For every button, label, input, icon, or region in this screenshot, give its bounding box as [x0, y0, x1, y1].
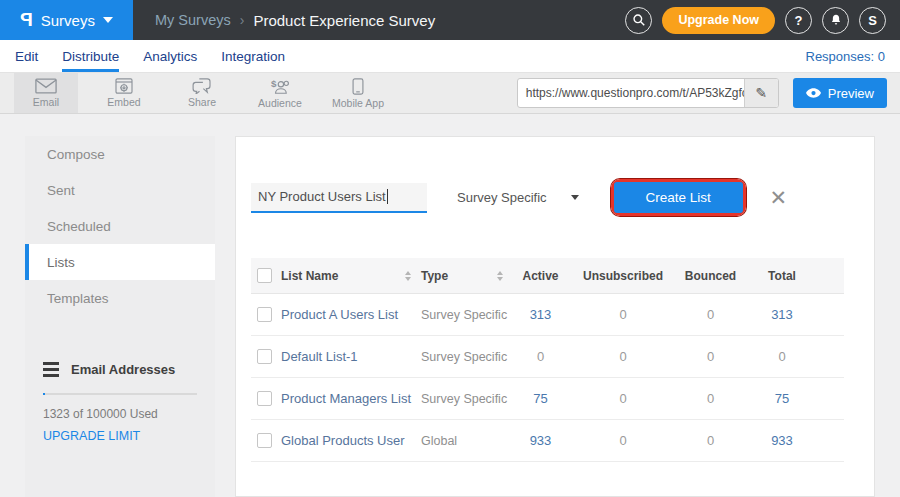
- sidebar-item-lists[interactable]: Lists: [25, 244, 215, 280]
- distribute-toolbar: Email Embed Share $ Audience Mobile App …: [0, 73, 900, 114]
- row-checkbox[interactable]: [257, 307, 272, 322]
- email-addresses-title: Email Addresses: [71, 362, 175, 377]
- tab-integration[interactable]: Integration: [221, 40, 285, 72]
- tab-analytics[interactable]: Analytics: [143, 40, 197, 72]
- audience-icon: $: [269, 78, 291, 95]
- page-title: Product Experience Survey: [253, 12, 435, 29]
- search-button[interactable]: [625, 7, 652, 34]
- tab-distribute[interactable]: Distribute: [62, 40, 119, 72]
- account-avatar[interactable]: S: [859, 7, 886, 34]
- chevron-down-icon: [571, 195, 579, 200]
- edit-url-button[interactable]: ✎: [744, 79, 778, 107]
- list-type-value: Survey Specific: [457, 190, 547, 205]
- list-name-link[interactable]: Product Managers List: [281, 391, 421, 406]
- top-header-bar: P Surveys My Surveys › Product Experienc…: [0, 0, 900, 40]
- create-list-form: NY Product Users List Survey Specific Cr…: [251, 179, 874, 216]
- unsubscribed-count: 0: [568, 391, 678, 406]
- list-type: Survey Specific: [421, 392, 513, 406]
- survey-url-input[interactable]: https://www.questionpro.com/t/AP53kZgfo: [518, 86, 744, 100]
- breadcrumb-separator: ›: [240, 12, 245, 28]
- total-count[interactable]: 933: [743, 433, 821, 448]
- column-total: Total: [743, 269, 821, 283]
- preview-button[interactable]: Preview: [793, 78, 887, 108]
- sidebar-item-compose[interactable]: Compose: [25, 136, 215, 172]
- active-count[interactable]: 75: [513, 391, 568, 406]
- row-checkbox[interactable]: [257, 349, 272, 364]
- row-checkbox[interactable]: [257, 433, 272, 448]
- red-highlight-annotation: Create List: [611, 179, 746, 216]
- channel-mobile-app[interactable]: Mobile App: [326, 73, 390, 113]
- chevron-down-icon: [103, 17, 113, 23]
- sort-icon[interactable]: [405, 271, 411, 281]
- unsubscribed-count: 0: [568, 433, 678, 448]
- list-type: Survey Specific: [421, 308, 513, 322]
- preview-label: Preview: [828, 86, 874, 101]
- bounced-count: 0: [678, 349, 743, 364]
- column-bounced: Bounced: [678, 269, 743, 283]
- list-name-link[interactable]: Default List-1: [281, 349, 421, 364]
- bounced-count: 0: [678, 433, 743, 448]
- upgrade-now-button[interactable]: Upgrade Now: [662, 7, 775, 34]
- list-name-link[interactable]: Global Products User: [281, 433, 421, 448]
- survey-nav-tabs: Edit Distribute Analytics Integration Re…: [0, 40, 900, 73]
- sidebar-item-sent[interactable]: Sent: [25, 172, 215, 208]
- email-icon: [35, 78, 57, 94]
- tab-edit[interactable]: Edit: [15, 40, 38, 72]
- table-row: Default List-1 Survey Specific 0 0 0 0: [251, 336, 844, 378]
- lists-table: List Name Type Active Unsubscribed Bounc…: [251, 258, 844, 462]
- header-actions: Upgrade Now ? S: [625, 7, 900, 34]
- sidebar-item-scheduled[interactable]: Scheduled: [25, 208, 215, 244]
- product-menu-label: Surveys: [41, 12, 95, 29]
- create-list-button[interactable]: Create List: [614, 182, 743, 213]
- notifications-button[interactable]: [822, 7, 849, 34]
- help-button[interactable]: ?: [785, 7, 812, 34]
- responses-count[interactable]: Responses: 0: [806, 40, 886, 72]
- channel-share[interactable]: Share: [170, 73, 234, 113]
- list-name-input[interactable]: NY Product Users List: [251, 183, 427, 213]
- active-count: 0: [513, 349, 568, 364]
- table-header-row: List Name Type Active Unsubscribed Bounc…: [251, 258, 844, 294]
- surveys-product-menu[interactable]: P Surveys: [0, 0, 133, 40]
- channel-email[interactable]: Email: [14, 73, 78, 113]
- row-checkbox[interactable]: [257, 391, 272, 406]
- bounced-count: 0: [678, 307, 743, 322]
- column-active: Active: [513, 269, 568, 283]
- email-addresses-panel: Email Addresses 1323 of 100000 Used UPGR…: [25, 362, 215, 444]
- sidebar-item-templates[interactable]: Templates: [25, 280, 215, 316]
- active-count[interactable]: 313: [513, 307, 568, 322]
- bounced-count: 0: [678, 391, 743, 406]
- channel-label: Embed: [107, 96, 140, 108]
- channel-label: Audience: [258, 97, 302, 109]
- email-sidebar: Compose Sent Scheduled Lists Templates E…: [25, 136, 215, 497]
- channel-label: Email: [33, 96, 59, 108]
- email-addresses-header: Email Addresses: [43, 362, 197, 377]
- close-icon[interactable]: ✕: [770, 187, 788, 208]
- list-icon: [43, 362, 59, 377]
- list-type-select[interactable]: Survey Specific: [457, 190, 579, 205]
- select-all-checkbox[interactable]: [257, 268, 272, 283]
- text-cursor: [387, 189, 388, 204]
- list-name-link[interactable]: Product A Users List: [281, 307, 421, 322]
- column-unsubscribed: Unsubscribed: [568, 269, 678, 283]
- column-type: Type: [421, 269, 448, 283]
- total-count[interactable]: 313: [743, 307, 821, 322]
- breadcrumb: My Surveys › Product Experience Survey: [155, 12, 435, 29]
- questionpro-app: P Surveys My Surveys › Product Experienc…: [0, 0, 900, 497]
- unsubscribed-count: 0: [568, 307, 678, 322]
- upgrade-limit-link[interactable]: UPGRADE LIMIT: [43, 429, 140, 443]
- question-mark-icon: ?: [795, 13, 803, 28]
- sort-icon[interactable]: [497, 271, 503, 281]
- channel-audience[interactable]: $ Audience: [248, 73, 312, 113]
- search-icon: [632, 13, 646, 27]
- total-count[interactable]: 75: [743, 391, 821, 406]
- channel-embed[interactable]: Embed: [92, 73, 156, 113]
- active-count[interactable]: 933: [513, 433, 568, 448]
- share-icon: [192, 78, 212, 94]
- list-name-value: NY Product Users List: [258, 189, 386, 204]
- svg-text:$: $: [271, 78, 277, 89]
- breadcrumb-my-surveys[interactable]: My Surveys: [155, 12, 231, 28]
- eye-icon: [806, 88, 821, 98]
- questionpro-logo: P: [20, 9, 33, 31]
- usage-progress-fill: [43, 393, 45, 395]
- pencil-icon: ✎: [755, 85, 767, 101]
